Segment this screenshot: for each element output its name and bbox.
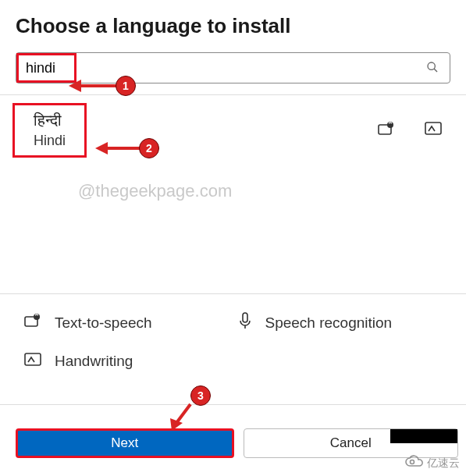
svg-line-1 xyxy=(434,69,437,72)
features-legend: Text-to-speech Speech recognition Handwr… xyxy=(0,293,466,385)
footer-actions: Next Cancel xyxy=(0,404,466,458)
next-button[interactable]: Next xyxy=(16,428,234,458)
brand-watermark: 亿速云 xyxy=(405,455,460,471)
feature-handwriting: Handwriting xyxy=(23,351,229,371)
feature-tts: Text-to-speech xyxy=(23,311,229,334)
handwriting-icon xyxy=(424,120,443,140)
feature-label: Speech recognition xyxy=(265,314,393,332)
annotation-badge-3: 3 xyxy=(190,385,211,406)
annotation-badge-2: 2 xyxy=(139,138,159,158)
language-option-hindi[interactable]: हिन्दी Hindi xyxy=(12,103,87,158)
svg-rect-7 xyxy=(243,313,247,322)
button-label: Next xyxy=(111,435,138,451)
svg-line-14 xyxy=(176,404,190,423)
language-english-name: Hindi xyxy=(34,133,66,149)
annotation-arrow-icon xyxy=(69,78,117,94)
watermark-text: @thegeekpage.com xyxy=(0,165,466,201)
microphone-icon xyxy=(237,311,253,334)
svg-point-0 xyxy=(428,62,435,69)
brand-text: 亿速云 xyxy=(427,456,460,471)
feature-icons xyxy=(377,120,450,140)
header: Choose a language to install xyxy=(0,0,466,48)
search-icon xyxy=(415,61,450,76)
overlay-strip xyxy=(390,429,457,443)
text-to-speech-icon xyxy=(377,120,396,140)
language-native-name: हिन्दी xyxy=(34,112,66,130)
button-label: Cancel xyxy=(330,435,372,451)
annotation-arrow-icon xyxy=(169,403,194,431)
feature-label: Handwriting xyxy=(55,353,133,370)
svg-marker-11 xyxy=(69,80,81,92)
handwriting-icon xyxy=(23,351,42,371)
feature-label: Text-to-speech xyxy=(55,314,152,332)
svg-point-16 xyxy=(411,460,414,464)
text-to-speech-icon xyxy=(23,312,42,333)
svg-marker-13 xyxy=(95,142,108,155)
cancel-button[interactable]: Cancel xyxy=(244,428,459,458)
annotation-arrow-icon xyxy=(95,140,141,156)
feature-speech: Speech recognition xyxy=(237,311,443,334)
cloud-icon xyxy=(405,455,424,471)
language-result-row: हिन्दी Hindi xyxy=(0,95,466,165)
svg-marker-15 xyxy=(170,418,183,431)
page-title: Choose a language to install xyxy=(16,14,450,38)
annotation-badge-1: 1 xyxy=(116,76,136,96)
